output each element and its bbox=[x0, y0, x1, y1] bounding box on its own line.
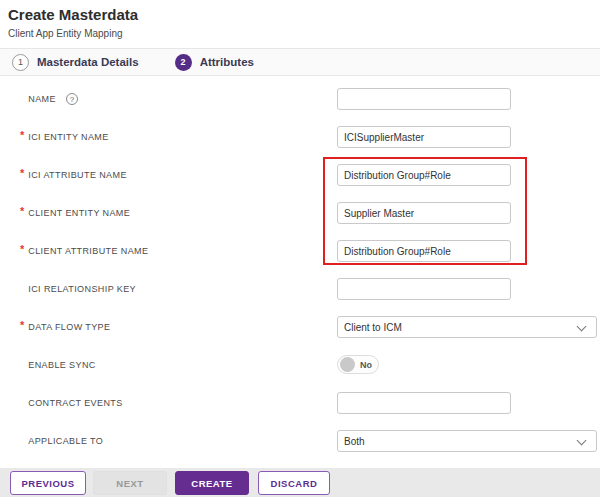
form-row-ici-entity-name: *ICI ENTITY NAME bbox=[0, 126, 600, 150]
chevron-down-icon bbox=[577, 436, 587, 446]
enable-sync-toggle[interactable]: No bbox=[337, 355, 379, 374]
selected-value: Client to ICM bbox=[344, 322, 402, 333]
ici-relationship-key-input[interactable] bbox=[337, 278, 511, 300]
field-label-wrap: *CLIENT ATTRIBUTE NAME bbox=[20, 245, 148, 257]
ici-attribute-name-input[interactable] bbox=[337, 164, 511, 186]
step-bar: 1Masterdata Details2Attributes bbox=[0, 48, 600, 76]
create-button[interactable]: CREATE bbox=[175, 471, 249, 495]
selected-value: Both bbox=[344, 436, 365, 447]
field-label-wrap: *ICI RELATIONSHIP KEY bbox=[20, 283, 136, 295]
form-row-applicable-to: *APPLICABLE TOBoth bbox=[0, 430, 600, 454]
field-label: ICI ATTRIBUTE NAME bbox=[28, 170, 127, 180]
field-label: CLIENT ENTITY NAME bbox=[28, 208, 130, 218]
create-masterdata-page: Create Masterdata Client App Entity Mapp… bbox=[0, 0, 600, 497]
field-label: DATA FLOW TYPE bbox=[28, 322, 110, 332]
ici-entity-name-input[interactable] bbox=[337, 126, 511, 148]
data-flow-type-dropdown[interactable]: Client to ICM bbox=[337, 316, 597, 338]
form-row-client-entity-name: *CLIENT ENTITY NAME bbox=[0, 202, 600, 226]
required-asterisk: * bbox=[20, 129, 24, 141]
step-label: Attributes bbox=[200, 56, 254, 68]
field-label-wrap: *CLIENT ENTITY NAME bbox=[20, 207, 130, 219]
required-asterisk: * bbox=[20, 205, 24, 217]
step-tab-masterdata-details[interactable]: 1Masterdata Details bbox=[12, 54, 139, 71]
form-row-ici-attribute-name: *ICI ATTRIBUTE NAME bbox=[0, 164, 600, 188]
form-row-contract-events: *CONTRACT EVENTS bbox=[0, 392, 600, 416]
required-asterisk: * bbox=[20, 319, 24, 331]
required-asterisk: * bbox=[20, 167, 24, 179]
step-number-badge: 1 bbox=[12, 54, 29, 71]
field-label: ENABLE SYNC bbox=[28, 360, 95, 370]
form-row-ici-relationship-key: *ICI RELATIONSHIP KEY bbox=[0, 278, 600, 302]
field-label-wrap: *ENABLE SYNC bbox=[20, 359, 96, 371]
chevron-down-icon bbox=[577, 322, 587, 332]
field-label: NAME bbox=[28, 94, 56, 104]
form-row-name: *NAME? bbox=[0, 88, 600, 112]
toggle-state-label: No bbox=[360, 360, 372, 370]
client-attribute-name-input[interactable] bbox=[337, 240, 511, 262]
field-label: ICI ENTITY NAME bbox=[28, 132, 108, 142]
footer-action-bar: PREVIOUSNEXTCREATEDISCARD bbox=[0, 468, 600, 497]
page-title: Create Masterdata bbox=[8, 6, 138, 23]
field-label: APPLICABLE TO bbox=[28, 436, 103, 446]
name-input[interactable] bbox=[337, 88, 511, 110]
applicable-to-dropdown[interactable]: Both bbox=[337, 430, 597, 452]
step-number-badge: 2 bbox=[175, 54, 192, 71]
field-label-wrap: *DATA FLOW TYPE bbox=[20, 321, 110, 333]
field-label: CLIENT ATTRIBUTE NAME bbox=[28, 246, 148, 256]
toggle-knob bbox=[340, 357, 355, 372]
field-label: CONTRACT EVENTS bbox=[28, 398, 122, 408]
field-label-wrap: *ICI ATTRIBUTE NAME bbox=[20, 169, 127, 181]
step-label: Masterdata Details bbox=[37, 56, 139, 68]
client-entity-name-input[interactable] bbox=[337, 202, 511, 224]
required-asterisk: * bbox=[20, 243, 24, 255]
field-label-wrap: *CONTRACT EVENTS bbox=[20, 397, 123, 409]
form-row-data-flow-type: *DATA FLOW TYPEClient to ICM bbox=[0, 316, 600, 340]
contract-events-input[interactable] bbox=[337, 392, 511, 414]
previous-button[interactable]: PREVIOUS bbox=[10, 471, 86, 495]
field-label: ICI RELATIONSHIP KEY bbox=[28, 284, 136, 294]
page-subtitle: Client App Entity Mapping bbox=[8, 28, 123, 39]
form-row-client-attribute-name: *CLIENT ATTRIBUTE NAME bbox=[0, 240, 600, 264]
field-label-wrap: *NAME? bbox=[20, 93, 78, 105]
next-button[interactable]: NEXT bbox=[93, 471, 167, 495]
help-icon[interactable]: ? bbox=[66, 93, 78, 105]
discard-button[interactable]: DISCARD bbox=[258, 471, 330, 495]
form-area: *NAME?*ICI ENTITY NAME*ICI ATTRIBUTE NAM… bbox=[0, 76, 600, 468]
step-tab-attributes[interactable]: 2Attributes bbox=[175, 54, 254, 71]
form-row-enable-sync: *ENABLE SYNCNo bbox=[0, 354, 600, 378]
field-label-wrap: *ICI ENTITY NAME bbox=[20, 131, 109, 143]
field-label-wrap: *APPLICABLE TO bbox=[20, 435, 103, 447]
